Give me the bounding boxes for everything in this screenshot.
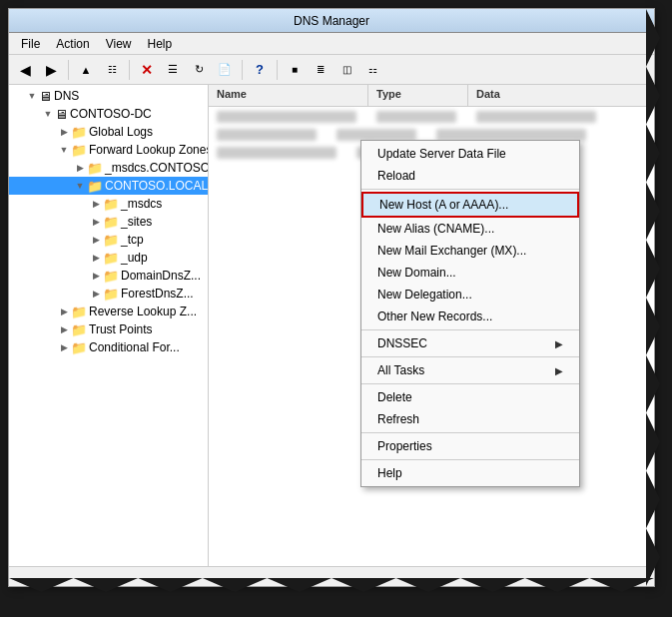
menu-action[interactable]: Action <box>48 35 97 53</box>
ctx-properties[interactable]: Properties <box>361 435 579 457</box>
menu-file[interactable]: File <box>13 35 48 53</box>
ctx-refresh-label: Refresh <box>377 412 419 426</box>
delete-button[interactable]: ✕ <box>135 58 159 82</box>
ctx-update-server-label: Update Server Data File <box>377 147 506 161</box>
refresh-button[interactable]: ↻ <box>187 58 211 82</box>
expander-global-logs[interactable]: ▶ <box>57 125 71 139</box>
ctx-reload[interactable]: Reload <box>361 165 579 187</box>
ctx-new-delegation[interactable]: New Delegation... <box>361 284 579 306</box>
tree-label-dns: DNS <box>54 89 79 103</box>
ctx-properties-label: Properties <box>377 439 432 453</box>
main-content: ▼ 🖥 DNS ▼ 🖥 CONTOSO-DC ▶ 📁 Global Logs <box>9 85 654 586</box>
tree-item-conditional[interactable]: ▶ 📁 Conditional For... <box>9 338 208 356</box>
help-button[interactable]: ? <box>248 58 272 82</box>
ctx-new-host[interactable]: New Host (A or AAAA)... <box>361 192 579 218</box>
content-row-1 <box>217 111 646 123</box>
blurred-1 <box>217 111 356 123</box>
toolbar: ◀ ▶ ▲ ☷ ✕ ☰ ↻ 📄 ? ■ ≣ ◫ ⚏ <box>9 55 654 85</box>
tree-item-sites[interactable]: ▶ 📁 _sites <box>9 213 208 231</box>
tree-item-domain[interactable]: ▶ 📁 DomainDnsZ... <box>9 267 208 285</box>
expander-dns[interactable]: ▼ <box>25 89 39 103</box>
forward-lookup-icon: 📁 <box>71 143 87 158</box>
tree-item-trust[interactable]: ▶ 📁 Trust Points <box>9 320 208 338</box>
expander-forward-lookup[interactable]: ▼ <box>57 143 71 157</box>
ctx-update-server[interactable]: Update Server Data File <box>361 143 579 165</box>
dnssec-arrow-icon: ▶ <box>555 338 563 349</box>
ctx-new-delegation-label: New Delegation... <box>377 288 472 302</box>
ctx-help[interactable]: Help <box>361 462 579 484</box>
expander-trust[interactable]: ▶ <box>57 322 71 336</box>
export-button[interactable]: 📄 <box>213 58 237 82</box>
ctx-sep-2 <box>361 329 579 330</box>
dns-manager-window: DNS Manager File Action View Help ◀ ▶ ▲ … <box>8 8 655 587</box>
tree-item-msdcs-contoso[interactable]: ▶ 📁 _msdcs.CONTOSO.LO <box>9 159 208 177</box>
tree-label-reverse: Reverse Lookup Z... <box>89 305 197 318</box>
expander-tcp[interactable]: ▶ <box>89 233 103 247</box>
tree-item-forest[interactable]: ▶ 📁 ForestDnsZ... <box>9 285 208 303</box>
ctx-help-label: Help <box>377 466 402 480</box>
forward-button[interactable]: ▶ <box>39 58 63 82</box>
tree-panel: ▼ 🖥 DNS ▼ 🖥 CONTOSO-DC ▶ 📁 Global Logs <box>9 85 209 586</box>
ctx-other-records[interactable]: Other New Records... <box>361 306 579 327</box>
tree-label-tcp: _tcp <box>121 233 144 247</box>
ctx-all-tasks[interactable]: All Tasks ▶ <box>361 359 579 381</box>
contoso-dc-icon: 🖥 <box>55 107 68 122</box>
expander-reverse[interactable]: ▶ <box>57 305 71 318</box>
ctx-new-domain[interactable]: New Domain... <box>361 262 579 284</box>
ctx-sep-5 <box>361 432 579 433</box>
view-btn-1[interactable]: ■ <box>283 58 307 82</box>
ctx-dnssec-label: DNSSEC <box>377 336 427 350</box>
ctx-dnssec[interactable]: DNSSEC ▶ <box>361 332 579 354</box>
expander-conditional[interactable]: ▶ <box>57 340 71 354</box>
tree-label-contoso-local: CONTOSO.LOCAL <box>105 179 208 193</box>
ctx-new-mail[interactable]: New Mail Exchanger (MX)... <box>361 240 579 262</box>
toolbar-sep-2 <box>129 60 130 80</box>
tree-label-trust: Trust Points <box>89 322 153 336</box>
tree-item-global-logs[interactable]: ▶ 📁 Global Logs <box>9 123 208 141</box>
tree-item-tcp[interactable]: ▶ 📁 _tcp <box>9 231 208 249</box>
expander-udp[interactable]: ▶ <box>89 251 103 265</box>
expander-sites[interactable]: ▶ <box>89 215 103 229</box>
menu-help[interactable]: Help <box>140 35 181 53</box>
col-type: Type <box>368 85 468 106</box>
tree-label-contoso-dc: CONTOSO-DC <box>70 107 152 121</box>
expander-msdcs-contoso[interactable]: ▶ <box>73 161 87 175</box>
domain-icon: 📁 <box>103 269 119 284</box>
expander-domain[interactable]: ▶ <box>89 269 103 283</box>
tree-item-contoso-dc[interactable]: ▼ 🖥 CONTOSO-DC <box>9 105 208 123</box>
menu-bar: File Action View Help <box>9 33 654 55</box>
toolbar-sep-3 <box>242 60 243 80</box>
tree-item-udp[interactable]: ▶ 📁 _udp <box>9 249 208 267</box>
properties-button[interactable]: ☰ <box>161 58 185 82</box>
view-btn-3[interactable]: ◫ <box>335 58 358 82</box>
udp-icon: 📁 <box>103 251 119 266</box>
ctx-new-alias[interactable]: New Alias (CNAME)... <box>361 218 579 240</box>
tree-label-forward-lookup: Forward Lookup Zones <box>89 143 209 157</box>
expander-msdcs[interactable]: ▶ <box>89 197 103 211</box>
ctx-all-tasks-label: All Tasks <box>377 363 424 377</box>
ctx-delete[interactable]: Delete <box>361 386 579 408</box>
expander-contoso-local[interactable]: ▼ <box>73 179 87 193</box>
back-button[interactable]: ◀ <box>13 58 37 82</box>
tree-label-msdcs-contoso: _msdcs.CONTOSO.LO <box>105 161 209 175</box>
dns-icon: 🖥 <box>39 89 52 104</box>
menu-view[interactable]: View <box>98 35 140 53</box>
column-headers: Name Type Data <box>209 85 654 107</box>
tree-item-contoso-local[interactable]: ▼ 📁 CONTOSO.LOCAL <box>9 177 208 195</box>
tree-item-reverse[interactable]: ▶ 📁 Reverse Lookup Z... <box>9 303 208 320</box>
view-btn-4[interactable]: ⚏ <box>360 58 384 82</box>
reverse-icon: 📁 <box>71 305 87 319</box>
tree-item-dns[interactable]: ▼ 🖥 DNS <box>9 87 208 105</box>
expander-forest[interactable]: ▶ <box>89 287 103 301</box>
ctx-new-mail-label: New Mail Exchanger (MX)... <box>377 244 526 258</box>
show-hide-button[interactable]: ☷ <box>100 58 124 82</box>
tree-item-forward-lookup[interactable]: ▼ 📁 Forward Lookup Zones <box>9 141 208 159</box>
tree-item-msdcs[interactable]: ▶ 📁 _msdcs <box>9 195 208 213</box>
ctx-sep-6 <box>361 459 579 460</box>
right-panel: Name Type Data <box>209 85 654 586</box>
expander-contoso-dc[interactable]: ▼ <box>41 107 55 121</box>
ctx-refresh[interactable]: Refresh <box>361 408 579 430</box>
up-button[interactable]: ▲ <box>74 58 98 82</box>
view-btn-2[interactable]: ≣ <box>309 58 333 82</box>
msdcs-icon: 📁 <box>103 197 119 212</box>
